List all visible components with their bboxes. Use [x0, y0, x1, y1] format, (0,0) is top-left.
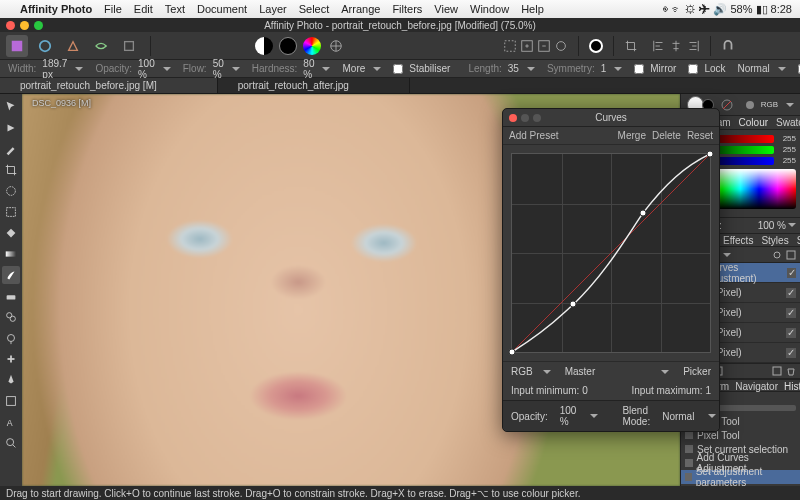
develop-persona-icon[interactable] — [62, 35, 84, 57]
snapping-icon[interactable] — [721, 39, 735, 53]
view-tool-icon[interactable] — [2, 119, 20, 137]
tab-swatches[interactable]: Swatches — [772, 116, 800, 129]
merge-button[interactable]: Merge — [618, 130, 646, 141]
close-icon[interactable] — [509, 114, 517, 122]
export-persona-icon[interactable] — [118, 35, 140, 57]
add-preset-button[interactable]: Add Preset — [509, 130, 558, 141]
menu-window[interactable]: Window — [470, 3, 509, 15]
curves-graph[interactable] — [511, 153, 711, 353]
lock-checkbox[interactable] — [688, 64, 698, 74]
tab-effects[interactable]: Effects — [719, 234, 757, 246]
layer-visible-checkbox[interactable]: ✓ — [786, 328, 796, 338]
tab-navigator[interactable]: Navigator — [732, 380, 781, 391]
menu-layer[interactable]: Layer — [259, 3, 287, 15]
channel-dropdown[interactable]: Master — [565, 366, 596, 377]
curve-node[interactable] — [707, 151, 714, 158]
add-layer-icon[interactable] — [772, 366, 782, 376]
lut-icon[interactable] — [327, 37, 345, 55]
delete-button[interactable]: Delete — [652, 130, 681, 141]
width-value[interactable]: 189.7 px — [42, 58, 67, 80]
opacity-value[interactable]: 100 % — [138, 58, 155, 80]
layer-options-icon[interactable] — [772, 250, 782, 260]
healing-brush-icon[interactable] — [2, 350, 20, 368]
curves-opacity-value[interactable]: 100 % — [560, 405, 577, 427]
levels-icon[interactable] — [279, 37, 297, 55]
length-value[interactable]: 35 — [508, 63, 519, 74]
minimize-icon[interactable] — [20, 21, 29, 30]
flow-value[interactable]: 50 % — [213, 58, 224, 80]
gradient-tool-icon[interactable] — [2, 245, 20, 263]
menu-filters[interactable]: Filters — [392, 3, 422, 15]
in-min-value[interactable]: 0 — [582, 385, 588, 396]
stabiliser-checkbox[interactable] — [393, 64, 403, 74]
r-value[interactable]: 255 — [778, 134, 796, 143]
feather-icon[interactable] — [554, 39, 568, 53]
curves-blend-dropdown[interactable]: Normal — [662, 411, 694, 422]
quickmask-icon[interactable] — [589, 39, 603, 53]
more-dropdown[interactable]: More — [342, 63, 365, 74]
colour-mode[interactable]: RGB — [761, 100, 778, 109]
shape-tool-icon[interactable] — [2, 392, 20, 410]
curve-node[interactable] — [570, 301, 577, 308]
zoom-tool-icon[interactable] — [2, 434, 20, 452]
picker-button[interactable]: Picker — [683, 366, 711, 377]
delete-layer-icon[interactable] — [786, 366, 796, 376]
layer-visible-checkbox[interactable]: ✓ — [786, 288, 796, 298]
align-center-icon[interactable] — [669, 39, 683, 53]
menu-arrange[interactable]: Arrange — [341, 3, 380, 15]
move-tool-icon[interactable] — [2, 98, 20, 116]
zoom-icon[interactable] — [533, 114, 541, 122]
colour-picker-icon[interactable] — [2, 140, 20, 158]
mirror-checkbox[interactable] — [634, 64, 644, 74]
menu-document[interactable]: Document — [197, 3, 247, 15]
curve-node[interactable] — [509, 349, 516, 356]
layer-visible-checkbox[interactable]: ✓ — [787, 268, 796, 278]
colour-wheel-small-icon[interactable] — [745, 100, 755, 110]
marquee-icon[interactable] — [503, 39, 517, 53]
marquee-tool-icon[interactable] — [2, 203, 20, 221]
curve-node[interactable] — [639, 210, 646, 217]
layer-mask-icon[interactable] — [786, 250, 796, 260]
colourspace-dropdown[interactable]: RGB — [511, 366, 533, 377]
dodge-tool-icon[interactable] — [2, 329, 20, 347]
crop-tool-icon[interactable] — [2, 161, 20, 179]
shrink-icon[interactable] — [537, 39, 551, 53]
menu-select[interactable]: Select — [299, 3, 330, 15]
opacity-panel-value[interactable]: 100 % — [758, 220, 786, 231]
zoom-icon[interactable] — [34, 21, 43, 30]
grow-icon[interactable] — [520, 39, 534, 53]
tab-doc-1[interactable]: portrait_retouch_before.jpg [M] — [0, 78, 218, 93]
paint-brush-icon[interactable] — [2, 266, 20, 284]
tab-history[interactable]: History — [781, 380, 800, 391]
symmetry-value[interactable]: 1 — [601, 63, 607, 74]
photo-persona-icon[interactable] — [6, 35, 28, 57]
minimize-icon[interactable] — [521, 114, 529, 122]
pen-tool-icon[interactable] — [2, 371, 20, 389]
curves-dialog[interactable]: Curves Add Preset Merge Delete Reset RGB… — [502, 108, 720, 432]
menu-help[interactable]: Help — [521, 3, 544, 15]
text-tool-icon[interactable]: A — [2, 413, 20, 431]
menu-edit[interactable]: Edit — [134, 3, 153, 15]
crop-icon[interactable] — [624, 39, 638, 53]
tab-colour[interactable]: Colour — [735, 116, 772, 129]
flood-fill-icon[interactable] — [2, 224, 20, 242]
liquify-persona-icon[interactable] — [34, 35, 56, 57]
erase-brush-icon[interactable] — [2, 287, 20, 305]
align-right-icon[interactable] — [686, 39, 700, 53]
tab-styles[interactable]: Styles — [757, 234, 792, 246]
align-left-icon[interactable] — [652, 39, 666, 53]
clone-brush-icon[interactable] — [2, 308, 20, 326]
menu-view[interactable]: View — [434, 3, 458, 15]
tone-persona-icon[interactable] — [90, 35, 112, 57]
close-icon[interactable] — [6, 21, 15, 30]
g-value[interactable]: 255 — [778, 145, 796, 154]
menu-file[interactable]: File — [104, 3, 122, 15]
reset-button[interactable]: Reset — [687, 130, 713, 141]
menu-text[interactable]: Text — [165, 3, 185, 15]
blendmode-dropdown[interactable]: Normal — [738, 63, 770, 74]
none-swatch-icon[interactable] — [720, 98, 733, 112]
colour-wheel-icon[interactable] — [303, 37, 321, 55]
in-max-value[interactable]: 1 — [705, 385, 711, 396]
b-value[interactable]: 255 — [778, 156, 796, 165]
layer-visible-checkbox[interactable]: ✓ — [786, 308, 796, 318]
